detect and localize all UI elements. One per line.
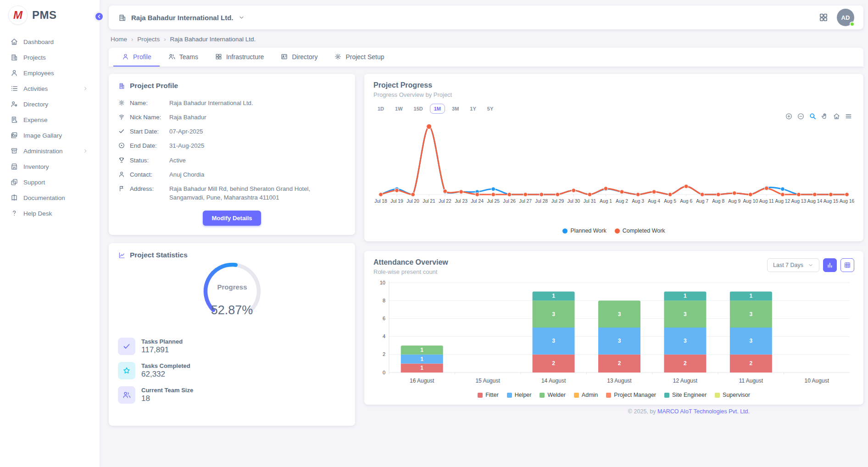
fingerprint-icon: [118, 113, 125, 121]
legend-supervisor[interactable]: Supervisor: [715, 392, 750, 398]
stat-value: 18: [141, 394, 193, 403]
logo-mark-icon: M: [8, 6, 28, 25]
svg-text:10 August: 10 August: [805, 378, 829, 384]
stat-tasks-planned: Tasks Planned117,891: [118, 338, 346, 355]
sidebar-item-administration[interactable]: Administration: [0, 143, 100, 159]
legend-label: Planned Work: [570, 228, 606, 234]
legend-fitter[interactable]: Fitter: [478, 392, 498, 398]
zoom-out-icon[interactable]: [797, 112, 805, 120]
store-icon: [10, 162, 18, 171]
tab-teams[interactable]: Teams: [160, 48, 206, 67]
sidebar-item-projects[interactable]: Projects: [0, 50, 100, 65]
svg-text:Jul 23: Jul 23: [455, 199, 467, 204]
sidebar-item-label: Projects: [23, 54, 46, 61]
bar-view-button[interactable]: [823, 258, 837, 272]
range-1y[interactable]: 1Y: [466, 104, 480, 114]
sidebar-item-label: Documentation: [23, 195, 65, 201]
legend-project-manager[interactable]: Project Manager: [606, 392, 656, 398]
gear-icon: [118, 99, 125, 106]
legend-completed-work[interactable]: Completed Work: [615, 228, 665, 234]
building-icon: [118, 13, 127, 22]
range-3m[interactable]: 3M: [448, 104, 463, 114]
table-view-button[interactable]: [840, 258, 854, 272]
range-1d[interactable]: 1D: [373, 104, 388, 114]
pan-icon[interactable]: [821, 112, 829, 120]
legend-label: Helper: [515, 392, 532, 398]
tab-project-setup[interactable]: Project Setup: [326, 48, 392, 67]
sidebar-item-employees[interactable]: Employees: [0, 65, 100, 81]
legend-helper[interactable]: Helper: [507, 392, 532, 398]
field-value: Raja Bahadur International Ltd.: [169, 99, 346, 107]
zoom-in-icon[interactable]: [785, 112, 793, 120]
sidebar-item-image-gallary[interactable]: Image Gallary: [0, 128, 100, 143]
date-range-select[interactable]: Last 7 Days: [767, 258, 819, 272]
attendance-title: Attendance Overview: [373, 258, 448, 267]
svg-text:Aug 10: Aug 10: [743, 199, 758, 204]
modify-details-button[interactable]: Modify Details: [203, 211, 261, 226]
reset-zoom-icon[interactable]: [833, 112, 840, 120]
company-name: Raja Bahadur International Ltd.: [131, 14, 234, 22]
person-icon: [122, 53, 129, 61]
svg-text:3: 3: [750, 338, 753, 344]
legend-marker: [507, 393, 512, 398]
bar-chart-legend: FitterHelperWelderAdminProject ManagerSi…: [373, 391, 854, 400]
legend-welder[interactable]: Welder: [540, 392, 565, 398]
main-area: Raja Bahadur International Ltd. AD Home›…: [100, 0, 868, 467]
sidebar-item-inventory[interactable]: Inventory: [0, 159, 100, 174]
field-label: Status:: [130, 156, 169, 165]
chevron-down-icon: [238, 14, 245, 21]
legend-planned-work[interactable]: Planned Work: [562, 228, 606, 234]
sidebar-item-activities[interactable]: Activities: [0, 81, 100, 96]
tab-infrastructure[interactable]: Infrastructure: [206, 48, 272, 67]
svg-text:16 August: 16 August: [410, 378, 434, 384]
field-value: Raja Bahadur: [169, 113, 346, 122]
sidebar-item-dashboard[interactable]: Dashboard: [0, 34, 100, 50]
sidebar-item-directory[interactable]: Directory: [0, 96, 100, 112]
stat-current-team-size: Current Team Size18: [118, 386, 346, 404]
range-1w[interactable]: 1W: [391, 104, 407, 114]
legend-admin[interactable]: Admin: [574, 392, 598, 398]
svg-text:3: 3: [552, 338, 555, 344]
attendance-header: Attendance Overview Role-wise present co…: [373, 258, 854, 275]
svg-text:Aug 4: Aug 4: [648, 199, 660, 204]
user-menu[interactable]: AD: [837, 9, 854, 26]
legend-label: Admin: [582, 392, 598, 398]
sidebar-item-label: Directory: [23, 101, 48, 108]
star-icon: [122, 366, 131, 375]
sidebar-item-documentation[interactable]: Documentation: [0, 190, 100, 206]
target-icon: [118, 142, 125, 149]
legend-site-engineer[interactable]: Site Engineer: [664, 392, 707, 398]
svg-text:2: 2: [684, 360, 687, 367]
svg-text:Jul 30: Jul 30: [568, 199, 580, 204]
line-chart: Jul 18Jul 19Jul 20Jul 21Jul 22Jul 23Jul …: [373, 116, 854, 227]
sidebar-item-support[interactable]: Support: [0, 174, 100, 190]
stat-value: 117,891: [141, 345, 183, 355]
home-icon: [10, 38, 18, 46]
stat-label: Tasks Completed: [141, 362, 190, 369]
footer-company-link[interactable]: MARCO AIoT Technologies Pvt. Ltd.: [657, 408, 750, 415]
field-value: Active: [169, 156, 346, 165]
company-selector[interactable]: Raja Bahadur International Ltd.: [118, 13, 245, 22]
svg-text:Aug 11: Aug 11: [759, 199, 774, 204]
selection-zoom-icon[interactable]: [809, 112, 817, 120]
people-icon: [122, 390, 131, 400]
range-1m[interactable]: 1M: [430, 104, 445, 114]
person-icon: [118, 171, 125, 178]
sidebar-nav: DashboardProjectsEmployeesActivitiesDire…: [0, 31, 100, 224]
range-5y[interactable]: 5Y: [483, 104, 497, 114]
sidebar-item-expense[interactable]: Expense: [0, 112, 100, 128]
sidebar-collapse-button[interactable]: [94, 11, 105, 22]
field-value: 31-Aug-2025: [169, 141, 346, 150]
breadcrumb-item-home[interactable]: Home: [111, 36, 127, 43]
svg-text:0: 0: [383, 370, 385, 375]
breadcrumb-item-projects[interactable]: Projects: [137, 36, 160, 43]
sidebar-item-help-desk[interactable]: Help Desk: [0, 206, 100, 221]
logo[interactable]: M PMS: [0, 0, 100, 31]
apps-grid-icon[interactable]: [818, 12, 829, 22]
grid-icon: [215, 53, 223, 61]
check-icon: [118, 338, 135, 355]
range-15d[interactable]: 15D: [410, 104, 427, 114]
tab-directory[interactable]: Directory: [272, 48, 326, 67]
menu-icon[interactable]: [845, 112, 852, 120]
tab-profile[interactable]: Profile: [113, 48, 160, 67]
